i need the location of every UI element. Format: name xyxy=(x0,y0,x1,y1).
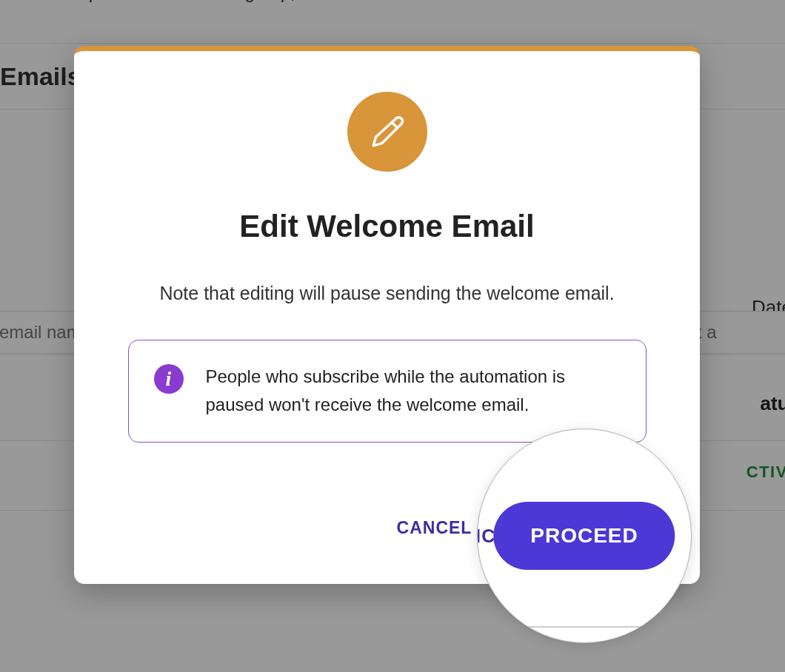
modal-title: Edit Welcome Email xyxy=(74,209,700,244)
magnifier-highlight: CANCEL PROCEED xyxy=(477,429,692,643)
modal-note: Note that editing will pause sending the… xyxy=(74,283,700,304)
svg-line-0 xyxy=(392,123,397,128)
info-icon: i xyxy=(154,364,184,394)
pencil-icon xyxy=(347,92,427,172)
info-callout: i People who subscribe while the automat… xyxy=(128,340,647,443)
info-text: People who subscribe while the automatio… xyxy=(206,363,621,420)
cancel-button[interactable]: CANCEL xyxy=(390,503,480,553)
proceed-button[interactable]: PROCEED xyxy=(493,502,675,570)
